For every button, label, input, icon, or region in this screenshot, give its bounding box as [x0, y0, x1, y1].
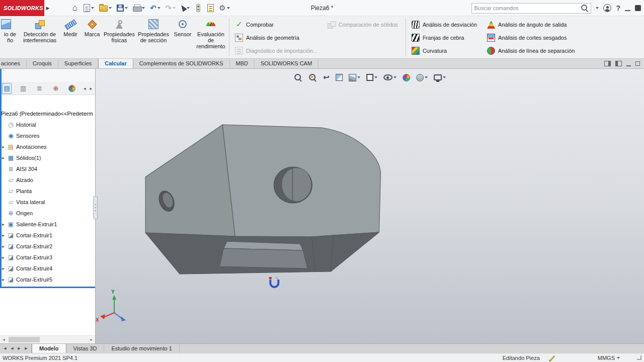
magnet-icon[interactable]	[269, 277, 279, 287]
tree-item-solidos[interactable]: Sólidos(1)	[0, 152, 95, 163]
hide-show-dropdown-icon[interactable]	[393, 76, 396, 78]
graphics-viewport[interactable]: Y X	[96, 69, 644, 343]
tree-item-saliente-extruir1[interactable]: Saliente-Extruir1	[0, 219, 95, 230]
feature-tree-root[interactable]: Pieza6 (Predeterminado<<Predeterm	[0, 108, 95, 119]
ribbon-button-sensor[interactable]: Sensor	[171, 16, 194, 58]
view-orientation-button[interactable]	[348, 73, 361, 82]
first-tab-icon[interactable]: ◀	[2, 346, 8, 350]
apply-scene-button[interactable]	[415, 73, 429, 82]
view-settings-dropdown-icon[interactable]	[443, 76, 446, 78]
ribbon-button-performance-evaluation[interactable]: Evaluación de rendimiento	[194, 16, 227, 58]
tab-complementos-solidworks[interactable]: Complementos de SOLIDWORKS	[133, 59, 230, 68]
print-dropdown-icon[interactable]	[142, 7, 145, 9]
configuration-manager-tab[interactable]	[35, 83, 44, 94]
view-settings-button[interactable]	[433, 73, 447, 81]
save-button[interactable]	[115, 2, 130, 15]
expand-arrow-icon[interactable]	[1, 144, 6, 149]
file-properties-button[interactable]	[205, 2, 216, 15]
menu-expand-icon[interactable]: ▶	[44, 6, 51, 11]
tree-item-alzado[interactable]: Alzado	[0, 174, 95, 186]
undo-dropdown-icon[interactable]	[157, 7, 160, 9]
help-icon[interactable]	[616, 4, 620, 12]
tab-croquis[interactable]: Croquis	[27, 59, 58, 68]
search-dropdown-icon[interactable]	[596, 7, 599, 9]
new-document-dropdown-icon[interactable]	[91, 7, 94, 9]
tree-item-cortar-extruir5[interactable]: Cortar-Extruir5	[0, 274, 95, 285]
expand-pane-icon[interactable]	[615, 61, 622, 66]
select-button[interactable]	[179, 2, 192, 15]
zoom-to-area-button[interactable]	[307, 72, 318, 83]
save-dropdown-icon[interactable]	[125, 7, 128, 9]
tree-item-material[interactable]: AISI 304	[0, 163, 95, 174]
last-tab-icon[interactable]: ▶	[23, 346, 29, 350]
ribbon-button-draft-analysis[interactable]: Análisis de ángulo de salida	[483, 18, 581, 31]
expand-arrow-icon[interactable]	[1, 244, 6, 249]
ribbon-button-mass-properties[interactable]: Propiedades físicas	[103, 16, 136, 58]
dimxpert-manager-tab[interactable]	[51, 83, 60, 94]
part-model[interactable]	[145, 125, 380, 274]
tab-vistas-3d[interactable]: Vistas 3D	[66, 344, 105, 353]
section-view-button[interactable]	[335, 73, 344, 82]
tree-item-historial[interactable]: Historial	[0, 119, 95, 130]
expand-arrow-icon[interactable]	[1, 155, 6, 160]
model-large-hole[interactable]	[274, 167, 312, 203]
minimize-icon[interactable]	[625, 10, 630, 11]
units-dropdown-icon[interactable]	[617, 357, 620, 359]
display-style-button[interactable]	[365, 73, 378, 82]
model-notch-back-face[interactable]	[219, 248, 307, 268]
model-canvas[interactable]: Y X	[96, 69, 644, 343]
tree-item-planta[interactable]: Planta	[0, 186, 95, 197]
ribbon-button-interference-detection[interactable]: Detección de interferencias	[20, 16, 59, 58]
tree-item-anotaciones[interactable]: Anotaciones	[0, 141, 95, 152]
document-minimize-icon[interactable]	[626, 65, 631, 66]
collapse-pane-icon[interactable]	[604, 61, 611, 66]
search-input[interactable]	[474, 5, 581, 11]
edit-appearance-button[interactable]	[401, 73, 411, 82]
tab-operaciones[interactable]: aciones	[0, 59, 27, 68]
panel-splitter-handle[interactable]	[93, 196, 98, 219]
new-document-button[interactable]	[82, 2, 96, 15]
options-dropdown-icon[interactable]	[227, 7, 230, 9]
expand-arrow-icon[interactable]	[1, 255, 6, 260]
previous-tab-icon[interactable]: ◀	[9, 346, 15, 350]
tab-modelo[interactable]: Modelo	[32, 344, 66, 353]
ribbon-button-undercut-analysis[interactable]: Análisis de cortes sesgados	[483, 31, 581, 44]
user-account-icon[interactable]	[603, 4, 611, 12]
next-tab-icon[interactable]: ▶	[16, 346, 22, 350]
tab-calcular[interactable]: Calcular	[98, 59, 133, 68]
apply-scene-dropdown-icon[interactable]	[425, 76, 428, 78]
expand-arrow-icon[interactable]	[1, 277, 6, 282]
ribbon-button-curvature[interactable]: Curvatura	[408, 44, 483, 57]
tree-item-sensores[interactable]: Sensores	[0, 130, 95, 141]
select-dropdown-icon[interactable]	[187, 7, 190, 9]
tree-item-cortar-extruir3[interactable]: Cortar-Extruir3	[0, 252, 95, 263]
ribbon-button-design-study[interactable]: io de ño	[0, 16, 20, 58]
home-button[interactable]	[69, 2, 80, 15]
units-selector[interactable]: MMGS	[598, 355, 620, 361]
ribbon-button-check[interactable]: Comprobar	[231, 18, 324, 31]
tab-estudio-movimiento[interactable]: Estudio de movimiento 1	[104, 344, 179, 353]
ribbon-button-deviation-analysis[interactable]: Análisis de desviación	[408, 18, 483, 31]
rebuild-button[interactable]	[193, 2, 204, 15]
ribbon-button-measure[interactable]: Medir	[59, 16, 82, 58]
search-icon[interactable]	[581, 4, 589, 12]
tree-item-cortar-extruir1[interactable]: Cortar-Extruir1	[0, 230, 95, 241]
ribbon-button-geometry-analysis[interactable]: Análisis de geometría	[231, 31, 324, 44]
options-button[interactable]	[217, 2, 231, 15]
tree-item-cortar-extruir2[interactable]: Cortar-Extruir2	[0, 241, 95, 252]
display-style-dropdown-icon[interactable]	[374, 76, 377, 78]
hide-show-items-button[interactable]	[382, 73, 397, 81]
undo-button[interactable]	[148, 2, 163, 15]
view-orientation-dropdown-icon[interactable]	[357, 76, 360, 78]
ribbon-button-section-properties[interactable]: Propiedades de sección	[136, 16, 171, 58]
zoom-to-fit-button[interactable]	[293, 72, 303, 83]
panel-tab-scroll-left-icon[interactable]: ◂	[84, 86, 86, 91]
property-manager-tab[interactable]	[18, 83, 28, 94]
ribbon-button-parting-line-analysis[interactable]: Análisis de línea de separación	[483, 44, 581, 57]
ribbon-button-markup[interactable]: Marca	[82, 16, 103, 58]
open-dropdown-icon[interactable]	[109, 7, 112, 9]
tab-superficies[interactable]: Superficies	[58, 59, 98, 68]
ribbon-button-zebra-stripes[interactable]: Franjas de cebra	[408, 31, 483, 44]
tab-mbd[interactable]: MBD	[230, 59, 255, 68]
expand-arrow-icon[interactable]	[1, 233, 6, 238]
